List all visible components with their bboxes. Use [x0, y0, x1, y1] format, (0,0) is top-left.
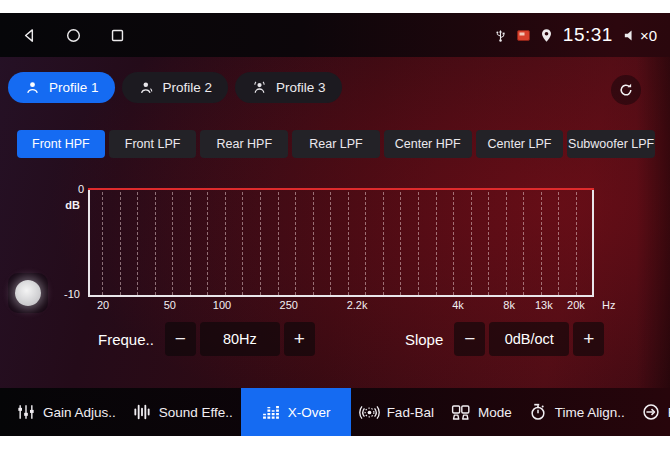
back-icon[interactable] — [21, 27, 38, 44]
gridline — [436, 192, 437, 295]
frequency-minus-button[interactable]: − — [165, 322, 196, 356]
filter-front-lpf[interactable]: Front LPF — [109, 130, 197, 158]
gridline — [225, 192, 226, 295]
slope-minus-button[interactable]: − — [454, 322, 485, 356]
gridline — [102, 192, 103, 295]
nav-label: X-Over — [288, 405, 331, 420]
nav-time-align[interactable]: Time Align.. — [520, 388, 633, 436]
gridline — [295, 192, 296, 295]
nav-gain-adjust[interactable]: Gain Adjus.. — [8, 388, 124, 436]
gridline — [523, 192, 524, 295]
profile-tab-label: Profile 3 — [276, 80, 326, 95]
status-bar: 15:31 ×0 — [0, 13, 670, 57]
x-tick-label: 4k — [452, 299, 464, 311]
gridline — [242, 192, 243, 295]
volume-indicator: ×0 — [622, 27, 657, 44]
home-icon[interactable] — [65, 27, 82, 44]
gridline — [383, 192, 384, 295]
slope-plus-button[interactable]: + — [573, 322, 604, 356]
gridline — [137, 192, 138, 295]
x-tick-label: 20k — [567, 299, 585, 311]
gridline — [558, 192, 559, 295]
gridline — [278, 192, 279, 295]
frequency-plus-button[interactable]: + — [284, 322, 315, 356]
filter-center-hpf[interactable]: Center HPF — [384, 130, 472, 158]
refresh-icon — [617, 81, 635, 99]
profile-tab-label: Profile 2 — [163, 80, 213, 95]
app-card-icon — [517, 30, 530, 41]
crossover-controls: Freque.. − 80Hz + Slope − 0dB/oct + — [98, 322, 604, 356]
nav-xover[interactable]: X-Over — [241, 388, 351, 436]
y-axis-max-label: 0 — [58, 183, 84, 195]
gridline — [207, 192, 208, 295]
status-tray: 15:31 ×0 — [493, 24, 670, 46]
profile-tab-2[interactable]: Profile 2 — [122, 72, 229, 103]
nav-sound-effect[interactable]: Sound Effe.. — [124, 388, 241, 436]
gridline — [541, 192, 542, 295]
volume-muted-icon — [622, 27, 639, 44]
gridline — [506, 192, 507, 295]
filter-rear-lpf[interactable]: Rear LPF — [292, 130, 380, 158]
user-icon — [24, 79, 41, 96]
gridline — [330, 192, 331, 295]
filter-rear-hpf[interactable]: Rear HPF — [200, 130, 288, 158]
profile-tab-1[interactable]: Profile 1 — [8, 72, 115, 103]
nav-mode[interactable]: Mode — [442, 388, 520, 436]
return-icon — [641, 402, 661, 422]
gridline — [155, 192, 156, 295]
frequency-label: Freque.. — [98, 331, 154, 348]
x-axis-unit-label: Hz — [602, 299, 615, 311]
x-tick-label: 100 — [213, 299, 231, 311]
gridline — [453, 192, 454, 295]
gridline — [365, 192, 366, 295]
y-axis-min-label: -10 — [54, 288, 80, 300]
clock: 15:31 — [563, 24, 613, 46]
time-align-icon — [528, 402, 548, 422]
nav-return[interactable]: Return — [633, 388, 670, 436]
filter-subwoofer-lpf[interactable]: Subwoofer LPF — [567, 130, 655, 158]
gridline — [471, 192, 472, 295]
gridline — [488, 192, 489, 295]
reset-button[interactable] — [611, 75, 641, 105]
user3-icon — [251, 79, 268, 96]
gridline — [313, 192, 314, 295]
x-tick-label: 2.2k — [347, 299, 368, 311]
nav-label: Fad-Bal — [387, 405, 434, 420]
gridline — [418, 192, 419, 295]
nav-label: Mode — [478, 405, 512, 420]
filter-front-hpf[interactable]: Front HPF — [17, 130, 105, 158]
location-icon — [539, 27, 554, 44]
nav-label: Gain Adjus.. — [43, 405, 116, 420]
recents-icon[interactable] — [109, 27, 126, 44]
nav-label: Sound Effe.. — [159, 405, 233, 420]
profile-tab-3[interactable]: Profile 3 — [235, 72, 342, 103]
system-nav — [0, 27, 126, 44]
x-tick-label: 8k — [503, 299, 515, 311]
y-axis-unit-label: dB — [54, 199, 80, 211]
knob-icon — [15, 280, 41, 306]
x-tick-label: 20 — [97, 299, 109, 311]
mode-speakers-icon — [450, 402, 471, 423]
x-tick-label: 13k — [535, 299, 553, 311]
xover-plot: Hz 20501002502.2k4k8k13k20k — [88, 189, 594, 297]
crossover-filter-tabs: Front HPF Front LPF Rear HPF Rear LPF Ce… — [17, 130, 655, 158]
user2-icon — [138, 79, 155, 96]
gridline — [172, 192, 173, 295]
nav-fad-bal[interactable]: Fad-Bal — [351, 388, 442, 436]
sound-effect-icon — [132, 402, 152, 422]
gain-adjust-icon — [16, 402, 36, 422]
x-tick-label: 50 — [164, 299, 176, 311]
profile-tab-label: Profile 1 — [49, 80, 99, 95]
bottom-nav: Gain Adjus.. Sound Effe.. X-Over Fad-Bal… — [0, 388, 670, 436]
frequency-value: 80Hz — [200, 322, 280, 356]
profile-tabs: Profile 1 Profile 2 Profile 3 — [8, 72, 342, 103]
xover-bars-icon — [261, 402, 281, 422]
floating-knob-button[interactable] — [8, 273, 48, 313]
filter-center-lpf[interactable]: Center LPF — [476, 130, 564, 158]
gridline — [576, 192, 577, 295]
head-unit-screen: 15:31 ×0 Profile 1 Profile 2 Profile 3 F… — [0, 13, 670, 436]
gridline — [120, 192, 121, 295]
usb-icon — [493, 27, 508, 44]
gridline — [260, 192, 261, 295]
slope-label: Slope — [405, 331, 443, 348]
